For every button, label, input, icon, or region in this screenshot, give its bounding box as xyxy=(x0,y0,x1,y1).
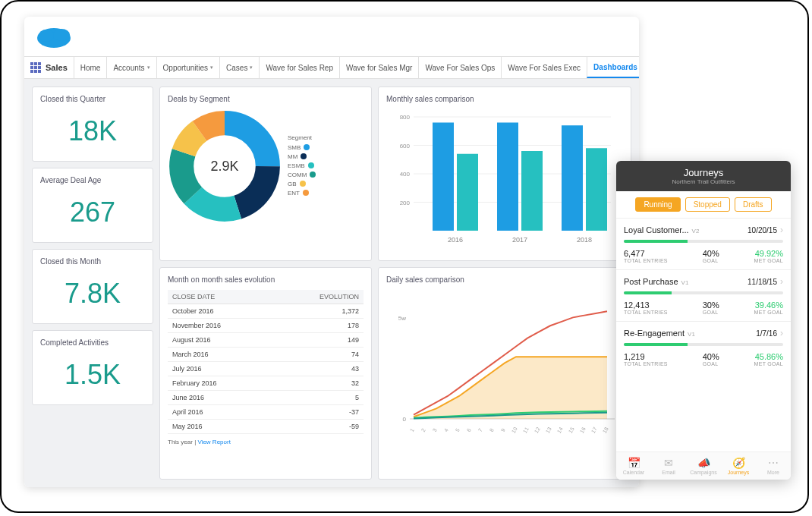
progress-bar xyxy=(624,291,783,294)
mnav-more[interactable]: ⋯More xyxy=(756,452,791,480)
table-row[interactable]: May 2016-59 xyxy=(168,420,364,434)
mnav-campaigns[interactable]: 📣Campaigns xyxy=(686,452,721,480)
goal-value: 40% xyxy=(703,352,719,361)
progress-bar xyxy=(624,343,783,346)
svg-rect-21 xyxy=(521,151,543,231)
journey-list: Loyal Customer...V210/20/15›6,477TOTAL E… xyxy=(616,218,791,373)
journeys-icon: 🧭 xyxy=(721,457,756,469)
view-report-link[interactable]: View Report xyxy=(197,439,230,445)
card-title: Monthly sales comparison xyxy=(386,95,623,103)
filter-stopped[interactable]: Stopped xyxy=(685,197,730,212)
table-row[interactable]: August 2016149 xyxy=(168,333,364,348)
legend-item[interactable]: GB xyxy=(288,181,316,187)
journey-item[interactable]: Post PurchaseV111/18/15›12,413TOTAL ENTR… xyxy=(616,269,791,321)
filter-running[interactable]: Running xyxy=(635,197,680,212)
journey-name: Loyal Customer... xyxy=(624,225,689,234)
svg-text:11: 11 xyxy=(522,426,530,434)
legend-swatch xyxy=(308,162,314,168)
journey-name: Post Purchase xyxy=(624,277,678,286)
svg-text:200: 200 xyxy=(400,200,411,206)
legend-item[interactable]: COMM xyxy=(288,171,316,178)
mnav-email[interactable]: ✉Email xyxy=(651,452,686,480)
journey-item[interactable]: Re-EngagementV11/7/16›1,219TOTAL ENTRIES… xyxy=(616,321,791,373)
journey-name: Re-Engagement xyxy=(624,329,685,338)
bar-chart: 200400600800201620172018 xyxy=(386,109,623,246)
met-goal-value: 45.86% xyxy=(754,352,783,361)
right-column: Monthly sales comparison 200400600800201… xyxy=(378,87,631,483)
entries-value: 6,477 xyxy=(624,249,668,258)
mnav-journeys[interactable]: 🧭Journeys xyxy=(721,452,756,480)
table-row[interactable]: April 2016-37 xyxy=(168,405,364,420)
table-row[interactable]: October 20161,372 xyxy=(168,304,364,319)
navbar: Sales HomeAccounts▾Opportunities▾Cases▾W… xyxy=(24,56,639,79)
svg-text:2: 2 xyxy=(420,427,426,433)
app-frame: Sales HomeAccounts▾Opportunities▾Cases▾W… xyxy=(0,0,809,513)
nav-tab-wave-for-sales-rep[interactable]: Wave for Sales Rep xyxy=(259,57,339,78)
svg-text:9: 9 xyxy=(500,427,506,433)
mobile-filters: RunningStoppedDrafts xyxy=(616,191,791,218)
daily-sales-card: Daily sales comparison 05w12345678910111… xyxy=(378,267,631,480)
mnav-calendar[interactable]: 📅Calendar xyxy=(616,452,651,480)
svg-text:8: 8 xyxy=(489,427,495,433)
kpi-title: Average Deal Age xyxy=(40,176,145,184)
nav-tab-cases[interactable]: Cases▾ xyxy=(219,57,259,78)
svg-text:17: 17 xyxy=(590,426,598,434)
journey-item[interactable]: Loyal Customer...V210/20/15›6,477TOTAL E… xyxy=(616,218,791,269)
svg-text:7: 7 xyxy=(477,427,483,433)
line-chart: 05w123456789101112131415161718 xyxy=(386,290,623,442)
donut-center-value: 2.9K xyxy=(210,159,238,175)
chevron-down-icon: ▾ xyxy=(210,64,213,71)
legend-swatch xyxy=(304,144,310,150)
table-row[interactable]: March 201674 xyxy=(168,348,364,362)
filter-drafts[interactable]: Drafts xyxy=(735,197,772,212)
mobile-bottom-nav: 📅Calendar✉Email📣Campaigns🧭Journeys⋯More xyxy=(616,452,791,480)
svg-text:1: 1 xyxy=(409,427,415,433)
mobile-header: Journeys Northern Trail Outfitters xyxy=(616,161,791,191)
journey-date: 1/7/16 xyxy=(756,329,777,338)
nav-tab-opportunities[interactable]: Opportunities▾ xyxy=(156,57,219,78)
legend-item[interactable]: ENT xyxy=(288,190,316,197)
nav-tab-wave-for-sales-exec[interactable]: Wave For Sales Exec xyxy=(501,57,587,78)
svg-text:5: 5 xyxy=(455,427,461,433)
svg-point-2 xyxy=(53,29,70,41)
nav-tab-home[interactable]: Home xyxy=(74,57,107,78)
legend-item[interactable]: ESMB xyxy=(288,162,316,169)
main-window: Sales HomeAccounts▾Opportunities▾Cases▾W… xyxy=(24,17,639,487)
chevron-right-icon: › xyxy=(780,328,783,338)
card-title: Daily sales comparison xyxy=(386,275,623,284)
svg-text:400: 400 xyxy=(400,171,411,178)
svg-text:2018: 2018 xyxy=(577,236,592,244)
svg-text:16: 16 xyxy=(579,426,587,434)
table-row[interactable]: July 201643 xyxy=(168,362,364,376)
svg-rect-18 xyxy=(457,154,478,231)
col-close-date: CLOSE DATE xyxy=(168,290,274,304)
kpi-value: 1.5K xyxy=(40,353,145,397)
svg-rect-17 xyxy=(433,123,454,231)
legend-item[interactable]: MM xyxy=(288,153,316,160)
nav-tab-wave-for-sales-mgr[interactable]: Wave for Sales Mgr xyxy=(339,57,418,78)
table-row[interactable]: June 20165 xyxy=(168,391,364,405)
svg-text:2017: 2017 xyxy=(512,236,527,244)
email-icon: ✉ xyxy=(651,457,686,469)
col-evolution: EVOLUTION xyxy=(274,290,364,304)
nav-tab-dashboards[interactable]: Dashboards▾ xyxy=(587,57,639,78)
legend-swatch xyxy=(300,181,306,187)
kpi-column: Closed this Quarter18KAverage Deal Age26… xyxy=(32,87,153,483)
kpi-title: Closed this Month xyxy=(40,257,145,266)
nav-tab-wave-for-sales-ops[interactable]: Wave For Sales Ops xyxy=(418,57,501,78)
svg-text:10: 10 xyxy=(511,426,518,434)
chevron-down-icon: ▾ xyxy=(147,64,150,71)
table-row[interactable]: February 201632 xyxy=(168,376,364,391)
kpi-card: Average Deal Age267 xyxy=(32,168,153,243)
chevron-right-icon: › xyxy=(780,276,783,287)
calendar-icon: 📅 xyxy=(616,457,651,469)
svg-text:0: 0 xyxy=(403,416,407,423)
legend-item[interactable]: SMB xyxy=(288,144,316,151)
svg-text:15: 15 xyxy=(568,426,575,434)
nav-tab-accounts[interactable]: Accounts▾ xyxy=(106,57,156,78)
middle-column: Deals by Segment 2.9K Segment SMBMMESMBC… xyxy=(159,87,372,483)
mobile-subtitle: Northern Trail Outfitters xyxy=(616,178,791,185)
app-launcher[interactable]: Sales xyxy=(24,62,74,73)
table-row[interactable]: November 2016178 xyxy=(168,319,364,333)
sales-evolution-card: Month on month sales evolution CLOSE DAT… xyxy=(159,267,372,480)
